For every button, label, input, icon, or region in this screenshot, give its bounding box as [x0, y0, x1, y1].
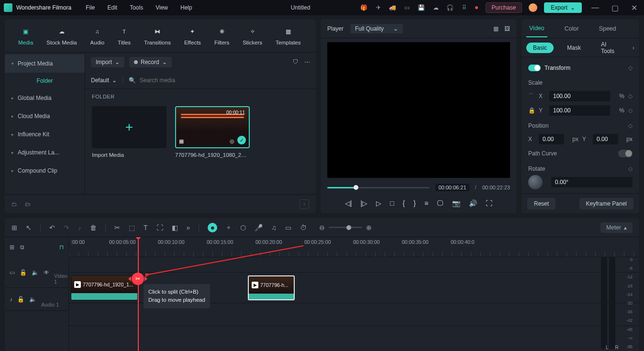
minimize-button[interactable]: —	[588, 3, 602, 12]
headphones-icon[interactable]: 🎧	[446, 4, 454, 11]
subtab-basic[interactable]: Basic	[526, 43, 554, 53]
monitor-icon[interactable]: ▭	[403, 4, 411, 11]
media-clip-card[interactable]: 00:00:11 ▦ ◎ ✓ 7707796-hd_1920_1080_25fp…	[175, 106, 250, 158]
sidebar-adjustment-layer[interactable]: ▸Adjustment La...	[5, 143, 85, 162]
timeline-ruler[interactable]: :00:00 00:00:05:00 00:00:10:00 00:00:15:…	[69, 237, 639, 257]
player-viewport[interactable]	[327, 42, 510, 178]
menu-help[interactable]: Help	[180, 4, 192, 11]
stop-icon[interactable]: □	[390, 199, 394, 207]
frame-icon[interactable]: ▭	[285, 224, 291, 231]
rotate-field[interactable]: 0.00°	[551, 177, 633, 187]
quality-dropdown[interactable]: Full Quality⌄	[350, 24, 403, 33]
split-handle[interactable]: ✂	[132, 273, 144, 285]
reset-button[interactable]: Reset	[527, 198, 555, 209]
grid-view-icon[interactable]: ▦	[493, 25, 499, 32]
path-curve-toggle[interactable]	[618, 150, 633, 157]
zoom-slider[interactable]	[329, 227, 362, 228]
mark-in-icon[interactable]: {	[403, 199, 405, 207]
import-media-card[interactable]: + Import Media	[92, 106, 167, 158]
layout-icon[interactable]: ⊞	[11, 224, 17, 231]
playhead[interactable]: ✂	[138, 237, 139, 351]
search-input[interactable]	[140, 77, 310, 84]
note-icon[interactable]: ♫	[271, 224, 277, 231]
cloud-icon[interactable]: ☁	[432, 4, 440, 11]
mic-icon[interactable]: 🎤	[255, 224, 263, 231]
keyframe-icon[interactable]: ◇	[628, 107, 633, 114]
sort-dropdown[interactable]: Default⌄	[91, 77, 117, 84]
display-icon[interactable]: 🖵	[437, 199, 444, 207]
shield-icon[interactable]: ⬡	[240, 224, 246, 231]
tracking-icon[interactable]: ⛶	[156, 224, 163, 231]
lock-icon[interactable]: 🔓	[17, 296, 24, 303]
new-folder-icon[interactable]: 🗀	[11, 201, 17, 208]
music-icon[interactable]: ♪	[78, 224, 81, 231]
fullscreen-icon[interactable]: ⛶	[486, 199, 492, 207]
play-icon[interactable]: ▷	[376, 199, 381, 207]
magnet-icon[interactable]: ⊓	[59, 244, 64, 251]
save-icon[interactable]: 💾	[418, 4, 425, 11]
chevron-right-icon[interactable]: ›	[633, 44, 634, 51]
mark-out-icon[interactable]: }	[413, 199, 416, 207]
sidebar-influence-kit[interactable]: ▸Influence Kit	[5, 125, 85, 143]
visible-icon[interactable]: 👁	[44, 269, 49, 276]
snapshot-icon[interactable]: 🖼	[504, 25, 510, 32]
keyframe-icon[interactable]: ◇	[628, 65, 633, 71]
menu-edit[interactable]: Edit	[108, 4, 118, 11]
user-avatar[interactable]	[529, 3, 537, 12]
lock-icon[interactable]: 🔒	[528, 107, 535, 114]
folder-icon[interactable]: 🗁	[25, 201, 31, 208]
crop-icon[interactable]: ⬚	[129, 224, 135, 231]
tab-templates[interactable]: ▦Templates	[276, 26, 300, 45]
sidebar-folder[interactable]: Folder	[5, 73, 85, 89]
pos-x-field[interactable]: 0.00	[539, 134, 564, 144]
tab-stock-media[interactable]: ☁Stock Media	[46, 26, 77, 45]
sidebar-project-media[interactable]: ▾Project Media	[5, 55, 85, 73]
keyframe-icon[interactable]: ◇	[628, 165, 633, 172]
add-track-icon[interactable]: ⊞	[10, 244, 14, 251]
apps-icon[interactable]: ⠿	[461, 4, 468, 11]
redo-icon[interactable]: ↷	[64, 224, 69, 231]
lock-icon[interactable]: 🔓	[20, 269, 27, 276]
sparkle-icon[interactable]: ✦	[226, 224, 232, 231]
export-button[interactable]: Export⌄	[544, 2, 582, 13]
maximize-button[interactable]: ▢	[609, 3, 622, 12]
list-icon[interactable]: ≡	[424, 199, 428, 207]
mute-icon[interactable]: 🔈	[29, 296, 36, 303]
tab-titles[interactable]: TTitles	[118, 26, 131, 45]
text-icon[interactable]: T	[144, 224, 148, 231]
meter-dropdown[interactable]: Meter▴	[600, 222, 633, 233]
speed-icon[interactable]: ⏱	[300, 224, 307, 231]
zoom-out-icon[interactable]: ⊖	[319, 224, 325, 231]
pos-y-field[interactable]: 0.00	[593, 134, 618, 144]
tab-audio[interactable]: ♫Audio	[90, 26, 104, 45]
camera-icon[interactable]: 📷	[452, 199, 460, 207]
prev-frame-icon[interactable]: ◁|	[345, 199, 352, 207]
scissors-icon[interactable]: ✂	[114, 224, 120, 231]
color-icon[interactable]: ◧	[172, 224, 178, 231]
scale-y-field[interactable]: 100.00	[549, 105, 610, 116]
send-icon[interactable]: ✈	[375, 4, 382, 11]
tab-effects[interactable]: ✦Effects	[184, 26, 201, 45]
menu-file[interactable]: File	[86, 4, 95, 11]
menu-tools[interactable]: Tools	[130, 4, 143, 11]
more-tools-icon[interactable]: »	[187, 224, 190, 231]
volume-icon[interactable]: 🔊	[469, 199, 477, 207]
truck-icon[interactable]: 🚚	[389, 4, 397, 11]
menu-view[interactable]: View	[155, 4, 168, 11]
link-icon[interactable]: ⧉	[20, 244, 24, 251]
scale-x-field[interactable]: 100.00	[549, 91, 610, 101]
close-button[interactable]: ✕	[628, 3, 640, 12]
record-button[interactable]: Record⌄	[129, 57, 172, 67]
keyframe-icon[interactable]: ◇	[628, 93, 633, 99]
cursor-icon[interactable]: ↖	[26, 224, 32, 231]
next-frame-icon[interactable]: |▷	[360, 199, 367, 207]
tab-stickers[interactable]: ✧Stickers	[243, 26, 262, 45]
undo-icon[interactable]: ↶	[49, 224, 55, 231]
tab-filters[interactable]: ❋Filters	[214, 26, 229, 45]
gift-icon[interactable]: 🎁	[360, 4, 368, 11]
subtab-ai-tools[interactable]: AI Tools	[594, 39, 626, 56]
mute-icon[interactable]: 🔈	[32, 269, 39, 276]
subtab-mask[interactable]: Mask	[560, 43, 588, 53]
transform-toggle[interactable]	[528, 65, 541, 71]
collapse-toggle[interactable]: ‹	[300, 199, 309, 209]
